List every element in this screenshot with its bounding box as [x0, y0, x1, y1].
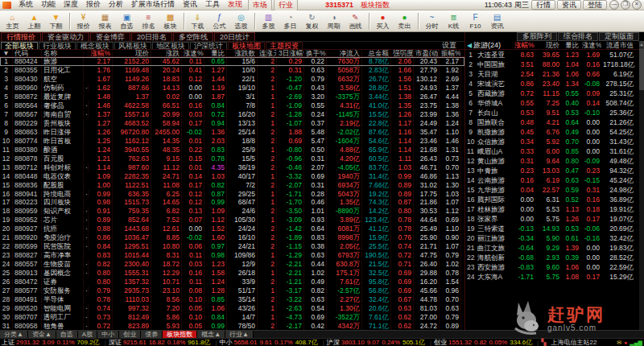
titlebar-button-资讯[interactable]: 资讯 [557, 0, 581, 10]
stock-row[interactable]: 9凯撒旅游0.456.760.490.0054.25亿 [465, 127, 639, 137]
menu-资讯[interactable]: 资讯 [179, 0, 201, 11]
stock-row[interactable]: 14云南旅游0.166.190.63-0.1545.24亿 [465, 175, 639, 185]
quote-button[interactable]: ¥报价 [72, 13, 94, 30]
index-中小[interactable]: 中小5658.019.610.17%408.7亿 [219, 338, 320, 346]
stock-row[interactable]: 3天目湖2.5421.361.060.666.19亿 [465, 69, 639, 79]
sector-row[interactable]: 27880577安防服务·0.792935.7323.100.081.2851/… [0, 286, 464, 295]
sector-row[interactable]: 5880872最近复牌1.481.370.020.001.873/11-2.69… [0, 93, 464, 101]
bottom-tab-债券[interactable]: 债券 [141, 331, 163, 338]
formula-button[interactable]: ƒ公式 [208, 13, 230, 30]
column-header-振幅%[interactable]: 振幅% [440, 50, 461, 56]
function-tab-20日统计[interactable]: 20日统计 [214, 32, 255, 41]
sector-row[interactable]: 7880567海南自贸·1.371557.1620.990.030.7216/2… [0, 110, 464, 119]
sector-row[interactable]: 28880491半导体0.781110.038.560.100.8535/142… [0, 295, 464, 303]
stock-row[interactable]: 19三特索道-0.1314.930.53-0.0620.69亿 [465, 224, 639, 233]
column-header-涨跌数[interactable]: 涨跌数 [227, 50, 258, 56]
news-button[interactable]: ▤资讯 [486, 13, 508, 30]
sector-row[interactable]: 15880836配股股1.001122.5111.080.170.827/22-… [0, 180, 464, 189]
sector-row[interactable]: 4880960仿制药·1.62887.6614.130.001.1919/101… [0, 84, 464, 93]
bottom-tab-分类▲[interactable]: 分类▲ [0, 331, 28, 338]
bottom-tab-创业[interactable]: 创业 [119, 331, 141, 338]
function-tab-多空阵线[interactable]: 多空阵线 [173, 32, 213, 41]
bottom-tab-资金▲[interactable]: 资金▲ [28, 331, 56, 338]
stock-row[interactable]: 10众信旅游0.345.920.700.0031.43亿 [465, 137, 639, 146]
panel-button-综合排名[interactable]: 综合排名 [558, 32, 598, 41]
bottom-tab-自选[interactable]: 自选 [56, 331, 78, 338]
board-tab-主题投资[interactable]: 主题投资 [266, 42, 303, 50]
stock-row[interactable]: 17桂林旅游0.005.531.130.1819.91亿 [465, 204, 639, 214]
sector-row[interactable]: 14880448电器仪表1.092282.3524.710.141.0340/1… [0, 171, 464, 180]
sector-row[interactable]: 12880878百元股1.21762.639.150.150.7815/52-0… [0, 154, 464, 163]
bottom-tab-行业▲[interactable]: 行业▲ [225, 331, 254, 338]
column-header-涨跌[interactable]: 涨跌 [151, 50, 182, 56]
stock-row[interactable]: 21曲江文旅-0.649.291.390.0019.83亿 [465, 243, 639, 253]
draw-line-button[interactable]: ✎画线 [345, 13, 366, 30]
board-tab-行业板块[interactable]: 行业板块 [39, 42, 76, 50]
minimize-button[interactable]: — [609, 0, 619, 10]
column-header-现价[interactable]: 现价 [535, 42, 561, 49]
period-button[interactable]: ◑周期 [323, 13, 345, 30]
sector-row[interactable]: 18880959知识产权·0.91759.356.820.131.0924/62… [0, 207, 464, 216]
mail-icon[interactable]: ✉ [617, 340, 621, 346]
sector-row[interactable]: 30880707透明工厂·0.73812.495.860.100.8414/71… [0, 312, 464, 321]
sector-row[interactable]: 26880472证券0.801357.3210.710.111.2433/92-… [0, 277, 464, 286]
sector-row[interactable]: 16880941跨境电商·0.99636.356.250.120.8729/25… [0, 189, 464, 198]
column-header-涨速%[interactable]: 涨速% [182, 50, 204, 56]
sector-row[interactable]: 9880863昨日涨停1.2696720.802455.00-0.021.362… [0, 128, 464, 137]
index-深证[interactable]: 深证9215.6116.820.18%961.8亿 [109, 338, 213, 346]
board-tab-沪深统计[interactable]: 沪深统计 [190, 42, 227, 50]
stock-row[interactable]: 18张家界0.005.751.260.1719.07亿 [465, 214, 639, 224]
multi-stock-button[interactable]: ▥多股 [258, 13, 279, 30]
index-沪深[interactable]: 沪深3803.109.070.24%505.1亿 [327, 338, 427, 346]
stock-row[interactable]: 5西藏旅游0.7211.150.550.0925.31亿 [465, 89, 639, 98]
sector-row[interactable]: 19880952芯片·0.89852.647.520.071.12105/301… [0, 216, 464, 224]
sector-row[interactable]: 20880927抗癌·0.881443.6812.610.001.5224/24… [0, 224, 464, 233]
sector-row[interactable]: 25880913基因概念·0.801555.3112.290.161.5826/… [0, 269, 464, 278]
alert-icon[interactable]: ● [624, 340, 627, 345]
column-header-3日涨幅%[interactable]: 3日涨幅% [277, 50, 304, 56]
column-header-涨幅%[interactable]: 涨幅% [513, 42, 535, 49]
titlebar-button-行情[interactable]: 行情 [531, 0, 555, 10]
signal-icon[interactable]: ▂▄▆ [630, 340, 642, 346]
stock-row[interactable]: 2中国国旅3.5188.001.040.161718.18亿 [465, 60, 639, 69]
function-tab-20日排名[interactable]: 20日排名 [131, 32, 172, 41]
column-header-换手%[interactable]: 换手% [304, 50, 327, 56]
function-tab-行情报价[interactable]: 行情报价 [1, 32, 41, 41]
sector-row[interactable]: 23880827高市净率0.831015.448.310.110.98109/8… [0, 251, 464, 260]
bottom-tab-中小[interactable]: 中小 [97, 331, 119, 338]
sector-row[interactable]: 31880958独角兽·0.72823.895.930.050.9978/502… [0, 321, 464, 330]
kline-button[interactable]: ≣K线 [443, 13, 464, 30]
stock-row[interactable]: 13中青旅0.2313.030.470.2394.32亿 [465, 166, 639, 175]
f10-button[interactable]: FF10 [464, 13, 486, 30]
stock-row[interactable]: 22海航创新-0.682.930.390.0028.52亿 [465, 253, 639, 262]
stock-row[interactable]: 4宋城演艺0.8623.401.34-0.08278.15亿 [465, 79, 639, 89]
board-tab-板块地图[interactable]: 板块地图 [228, 42, 265, 50]
menu-扩展市场行情[interactable]: 扩展市场行情 [127, 0, 179, 11]
sector-row[interactable]: 24880557生物疫苗·0.822300.4018.720.031.2312/… [0, 260, 464, 269]
scroll-thumb[interactable] [639, 48, 644, 90]
stock-row[interactable]: 6华侨城A0.557.250.400.14508.74亿 [465, 98, 639, 108]
sell-button[interactable]: ●卖出 [394, 13, 415, 30]
menu-系统[interactable]: 系统 [14, 0, 37, 11]
titlebar-button-登陆[interactable]: 登陆 [583, 0, 607, 10]
board-tab-风格板块[interactable]: 风格板块 [114, 42, 151, 50]
sector-row[interactable]: 10880774昨日首板1.251162.1214.350.012.0318/8… [0, 136, 464, 145]
function-tab-资金驱动力[interactable]: 资金驱动力 [42, 32, 89, 41]
column-header-净流入[interactable]: 净流入 [327, 50, 362, 56]
column-header-代码[interactable]: 代码 [13, 50, 42, 56]
page-down-button[interactable]: ▼下翻 [45, 13, 67, 30]
report-button[interactable]: ▦报表 [94, 13, 116, 30]
menu-市场[interactable]: 市场 [248, 0, 272, 11]
menu-功能[interactable]: 功能 [37, 0, 60, 11]
sector-row[interactable]: 22880599民营医院·0.841295.5110.800.060.9724/… [0, 242, 464, 251]
sector-button[interactable]: ▩板块 [159, 13, 181, 30]
stock-row[interactable]: 12黄山旅游0.319.640.80-0.0949.48亿 [465, 156, 639, 166]
stock-row[interactable]: 23西安旅游-0.839.601.060.0022.59亿 [465, 262, 639, 272]
intraday-button[interactable]: ~分时 [421, 13, 443, 30]
restore-button[interactable]: ❐ [621, 0, 630, 10]
back-icon[interactable]: ◀ [465, 42, 473, 49]
ranking-button[interactable]: ≡排名 [138, 13, 159, 30]
stock-row[interactable]: 20丽江旅游-0.345.900.61-0.1632.42亿 [465, 233, 639, 243]
bottom-tab-概念▲[interactable]: 概念▲ [197, 331, 225, 338]
board-tab-全部板块[interactable]: 全部板块 [1, 42, 38, 50]
